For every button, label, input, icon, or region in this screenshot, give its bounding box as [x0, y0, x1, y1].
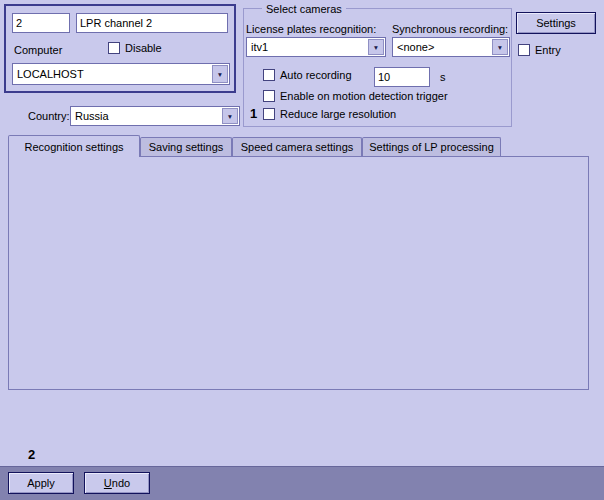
undo-button[interactable]: Undo [84, 472, 150, 494]
sync-recording-label: Synchronous recording: [392, 23, 508, 35]
disable-checkbox[interactable]: Disable [108, 42, 162, 54]
tab-label: Saving settings [149, 141, 224, 153]
country-label: Country: [28, 110, 70, 122]
entry-checkbox-box [518, 44, 530, 56]
country-select[interactable]: Russia [70, 106, 240, 126]
recognition-settings-tabpanel [8, 156, 589, 390]
auto-recording-unit-label: s [440, 71, 446, 83]
lpr-channel-settings-panel: Computer Disable LOCALHOST Select camera… [0, 0, 604, 500]
chevron-down-icon [368, 39, 384, 55]
sync-recording-select[interactable]: <none> [392, 37, 510, 57]
select-cameras-group-title: Select cameras [262, 3, 346, 15]
chevron-down-icon [222, 108, 238, 124]
motion-trigger-checkbox-box [263, 90, 275, 102]
auto-recording-checkbox[interactable]: Auto recording [263, 69, 352, 81]
auto-recording-checkbox-label: Auto recording [280, 69, 352, 81]
tab-saving-settings[interactable]: Saving settings [140, 137, 232, 156]
tab-settings-of-lp-processing[interactable]: Settings of LP processing [362, 137, 501, 156]
settings-button-label: Settings [536, 17, 576, 29]
channel-identity-panel: Computer Disable LOCALHOST [4, 4, 236, 93]
callout-marker-2: 2 [28, 447, 35, 462]
lpr-recognition-select[interactable]: itv1 [246, 37, 386, 57]
tab-recognition-settings[interactable]: Recognition settings [8, 135, 140, 157]
reduce-resolution-checkbox-box [263, 108, 275, 120]
tab-label: Recognition settings [24, 141, 123, 153]
lpr-recognition-label: License plates recognition: [246, 23, 376, 35]
footer-bar: Apply Undo [0, 466, 604, 500]
tab-label: Settings of LP processing [369, 141, 494, 153]
tab-label: Speed camera settings [241, 141, 354, 153]
callout-marker-1: 1 [250, 106, 257, 121]
auto-recording-time-input[interactable] [374, 67, 430, 87]
computer-label: Computer [14, 44, 62, 56]
sync-recording-select-value: <none> [397, 41, 434, 53]
undo-button-label: Undo [104, 477, 130, 489]
chevron-down-icon [212, 65, 228, 83]
entry-checkbox[interactable]: Entry [518, 44, 561, 56]
lpr-recognition-select-value: itv1 [251, 41, 268, 53]
apply-button[interactable]: Apply [8, 472, 74, 494]
channel-name-input[interactable] [76, 13, 228, 33]
computer-select-value: LOCALHOST [17, 68, 84, 80]
country-select-value: Russia [75, 110, 109, 122]
tab-speed-camera-settings[interactable]: Speed camera settings [232, 137, 362, 156]
entry-checkbox-label: Entry [535, 44, 561, 56]
motion-trigger-checkbox-label: Enable on motion detection trigger [280, 90, 448, 102]
computer-select[interactable]: LOCALHOST [12, 63, 230, 85]
settings-button[interactable]: Settings [516, 12, 596, 34]
auto-recording-checkbox-box [263, 69, 275, 81]
channel-id-input[interactable] [12, 13, 70, 33]
reduce-resolution-checkbox[interactable]: Reduce large resolution [263, 108, 396, 120]
reduce-resolution-checkbox-label: Reduce large resolution [280, 108, 396, 120]
disable-checkbox-box [108, 42, 120, 54]
chevron-down-icon [492, 39, 508, 55]
motion-trigger-checkbox[interactable]: Enable on motion detection trigger [263, 90, 448, 102]
apply-button-label: Apply [27, 477, 55, 489]
disable-checkbox-label: Disable [125, 42, 162, 54]
